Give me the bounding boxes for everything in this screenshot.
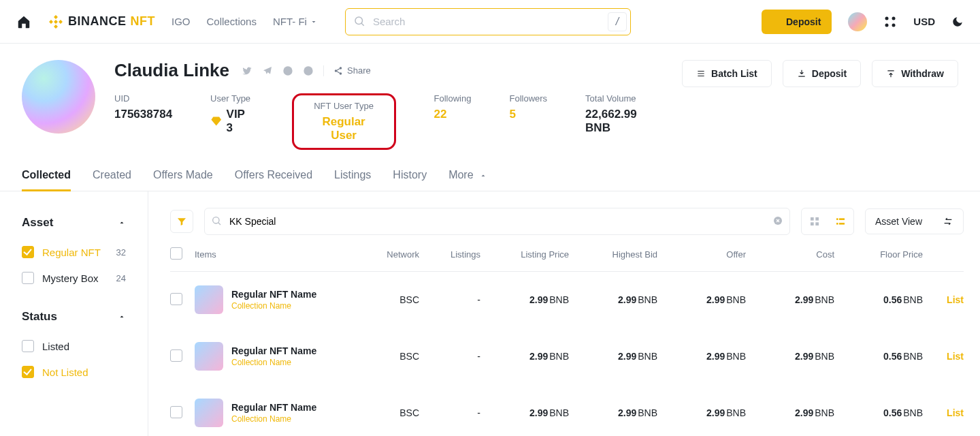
list-view-button[interactable]: [828, 208, 853, 234]
list-action-link[interactable]: List: [923, 407, 964, 418]
svg-rect-12: [811, 217, 814, 221]
svg-point-10: [213, 217, 219, 223]
download-icon: [797, 69, 806, 78]
svg-point-2: [892, 16, 896, 20]
search-input[interactable]: [345, 8, 631, 35]
content-body: Asset Regular NFT 32 Mystery Box 24 Stat…: [0, 191, 980, 436]
tab-created[interactable]: Created: [93, 169, 131, 191]
stat-followers[interactable]: Followers 5: [509, 93, 547, 121]
nft-thumbnail[interactable]: [195, 285, 223, 314]
svg-rect-17: [839, 218, 845, 220]
cell-network: BSC: [344, 351, 419, 362]
table-row[interactable]: Regular NFT Name Collection Name BSC - 2…: [170, 328, 964, 385]
filter-regular-nft[interactable]: Regular NFT 32: [22, 239, 126, 265]
telegram-icon[interactable]: [262, 65, 273, 76]
share-button[interactable]: Share: [333, 65, 371, 76]
th-items: Items: [195, 249, 344, 260]
list-action-link[interactable]: List: [923, 351, 964, 362]
slash-key-hint: /: [608, 12, 627, 31]
theme-toggle-icon[interactable]: [951, 16, 964, 28]
globe-icon[interactable]: [883, 15, 897, 29]
twitter-icon[interactable]: [242, 65, 252, 76]
filter-icon: [176, 216, 187, 227]
checkbox-icon[interactable]: [22, 340, 34, 352]
svg-point-7: [340, 67, 342, 69]
checkbox-icon[interactable]: [22, 366, 34, 378]
tab-more[interactable]: More: [448, 169, 487, 191]
cell-listing-price: 2.99BNB: [480, 351, 569, 362]
table-row[interactable]: Regular NFT Name Collection Name BSC - 2…: [170, 272, 964, 328]
select-all-checkbox[interactable]: [170, 247, 182, 260]
filter-mystery-box[interactable]: Mystery Box 24: [22, 265, 126, 291]
home-icon[interactable]: [16, 14, 31, 29]
profile-avatar[interactable]: [22, 60, 95, 134]
list-search-input[interactable]: [204, 208, 790, 235]
asset-view-selector[interactable]: Asset View: [865, 208, 964, 234]
filter-status-header[interactable]: Status: [22, 310, 126, 324]
stat-following[interactable]: Following 22: [434, 93, 472, 121]
collection-name[interactable]: Collection Name: [231, 301, 316, 311]
cell-floor: 0.56BNB: [834, 351, 923, 362]
nav-link-collections[interactable]: Collections: [207, 16, 257, 27]
header-deposit-button[interactable]: Deposit: [762, 10, 832, 34]
nft-name: Regular NFT Name: [231, 345, 316, 356]
nft-name: Regular NFT Name: [231, 289, 316, 300]
swap-icon: [943, 216, 953, 227]
list-action-link[interactable]: List: [923, 294, 964, 305]
row-checkbox[interactable]: [170, 293, 182, 305]
cell-offer: 2.99BNB: [657, 407, 746, 418]
row-checkbox[interactable]: [170, 406, 182, 418]
svg-point-1: [885, 16, 889, 20]
tab-offers-made[interactable]: Offers Made: [153, 169, 213, 191]
nft-thumbnail[interactable]: [195, 399, 223, 427]
nft-thumbnail[interactable]: [195, 342, 223, 371]
profile-deposit-button[interactable]: Deposit: [783, 60, 861, 87]
binance-icon: [48, 14, 64, 30]
nav-links: IGO Collections NFT- Fi: [172, 16, 318, 27]
th-network: Network: [344, 249, 419, 260]
cell-highest-bid: 2.99BNB: [569, 407, 657, 418]
filter-toggle-button[interactable]: [170, 210, 193, 233]
filter-listed[interactable]: Listed: [22, 333, 126, 359]
reddit-icon[interactable]: [303, 65, 314, 76]
cell-listing-price: 2.99BNB: [480, 407, 569, 418]
svg-point-0: [355, 17, 363, 25]
tab-offers-received[interactable]: Offers Received: [235, 169, 312, 191]
svg-point-5: [283, 66, 292, 75]
svg-rect-13: [815, 217, 819, 221]
currency-selector[interactable]: USD: [913, 16, 935, 27]
svg-point-6: [304, 66, 312, 75]
checkbox-icon[interactable]: [22, 246, 34, 258]
collection-name[interactable]: Collection Name: [231, 358, 316, 367]
stat-nft-user-type: NFT User Type Regular User: [292, 93, 396, 150]
social-links: Share: [242, 65, 371, 76]
cell-offer: 2.99BNB: [657, 294, 746, 305]
collection-name[interactable]: Collection Name: [231, 414, 316, 424]
nav-link-igo[interactable]: IGO: [172, 16, 191, 27]
tab-collected[interactable]: Collected: [22, 169, 71, 191]
facebook-icon[interactable]: [282, 65, 293, 76]
cell-network: BSC: [344, 294, 419, 305]
table-row[interactable]: Regular NFT Name Collection Name BSC - 2…: [170, 385, 964, 436]
view-toggle: [801, 208, 854, 235]
tab-listings[interactable]: Listings: [334, 169, 371, 191]
filter-not-listed[interactable]: Not Listed: [22, 359, 126, 385]
clear-search-icon[interactable]: [772, 215, 783, 226]
list-icon: [835, 216, 846, 227]
search-icon: [211, 215, 222, 226]
tab-history[interactable]: History: [393, 169, 427, 191]
grid-view-button[interactable]: [802, 208, 828, 234]
filter-asset-header[interactable]: Asset: [22, 216, 126, 230]
batch-list-button[interactable]: Batch List: [682, 60, 772, 87]
row-checkbox[interactable]: [170, 349, 182, 362]
withdraw-button[interactable]: Withdraw: [872, 60, 958, 87]
nav-link-nftfi[interactable]: NFT- Fi: [273, 16, 318, 27]
brand-logo[interactable]: BINANCE NFT: [48, 14, 155, 30]
checkbox-icon[interactable]: [22, 272, 34, 284]
top-nav: BINANCE NFT IGO Collections NFT- Fi / De…: [0, 0, 980, 44]
user-avatar[interactable]: [848, 12, 867, 31]
cell-cost: 2.99BNB: [746, 407, 834, 418]
cell-listings: -: [419, 407, 480, 418]
brand-text-a: BINANCE: [68, 14, 127, 29]
chevron-down-icon: [310, 18, 318, 26]
